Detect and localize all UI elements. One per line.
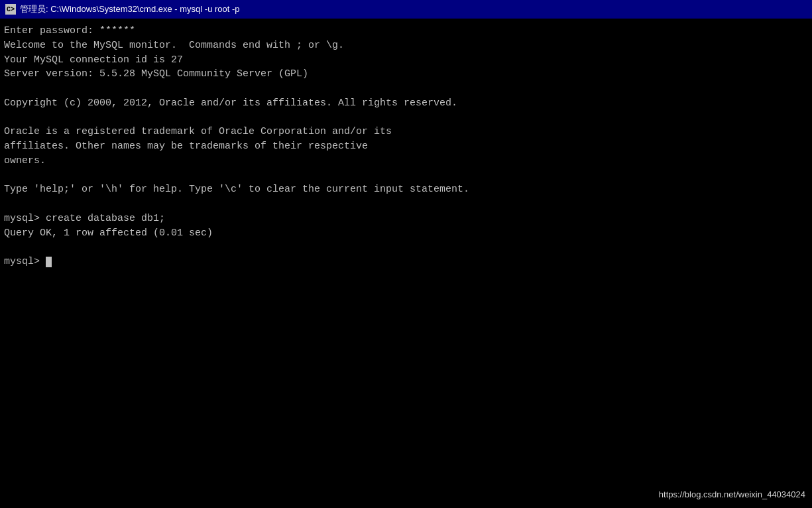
terminal-line-0: Enter password: ****** [4, 24, 808, 38]
terminal-prompt-line[interactable]: mysql> [4, 255, 808, 269]
terminal-line-5: Copyright (c) 2000, 2012, Oracle and/or … [4, 96, 808, 111]
terminal-line-11: Type 'help;' or '\h' for help. Type '\c'… [4, 182, 808, 197]
terminal-line-2: Your MySQL connection id is 27 [4, 53, 808, 68]
title-bar-icon: C> [5, 4, 16, 15]
terminal-line-8: affiliates. Other names may be trademark… [4, 139, 808, 154]
title-bar-text: 管理员: C:\Windows\System32\cmd.exe - mysql… [20, 3, 240, 15]
terminal-line-6 [4, 111, 808, 125]
terminal-line-9: owners. [4, 154, 808, 168]
terminal-line-14: Query OK, 1 row affected (0.01 sec) [4, 226, 808, 241]
terminal-cursor [46, 257, 52, 267]
terminal-line-12 [4, 197, 808, 212]
terminal-line-13: mysql> create database db1; [4, 212, 808, 226]
terminal-line-7: Oracle is a registered trademark of Orac… [4, 125, 808, 139]
terminal-line-4 [4, 82, 808, 96]
terminal-prompt-text: mysql> [4, 256, 46, 267]
terminal[interactable]: Enter password: ****** Welcome to the My… [0, 19, 812, 508]
terminal-line-10 [4, 168, 808, 183]
terminal-line-15 [4, 240, 808, 255]
terminal-line-3: Server version: 5.5.28 MySQL Community S… [4, 67, 808, 82]
terminal-line-1: Welcome to the MySQL monitor. Commands e… [4, 38, 808, 53]
title-bar: C> 管理员: C:\Windows\System32\cmd.exe - my… [0, 0, 812, 19]
watermark: https://blog.csdn.net/weixin_44034024 [659, 489, 805, 501]
